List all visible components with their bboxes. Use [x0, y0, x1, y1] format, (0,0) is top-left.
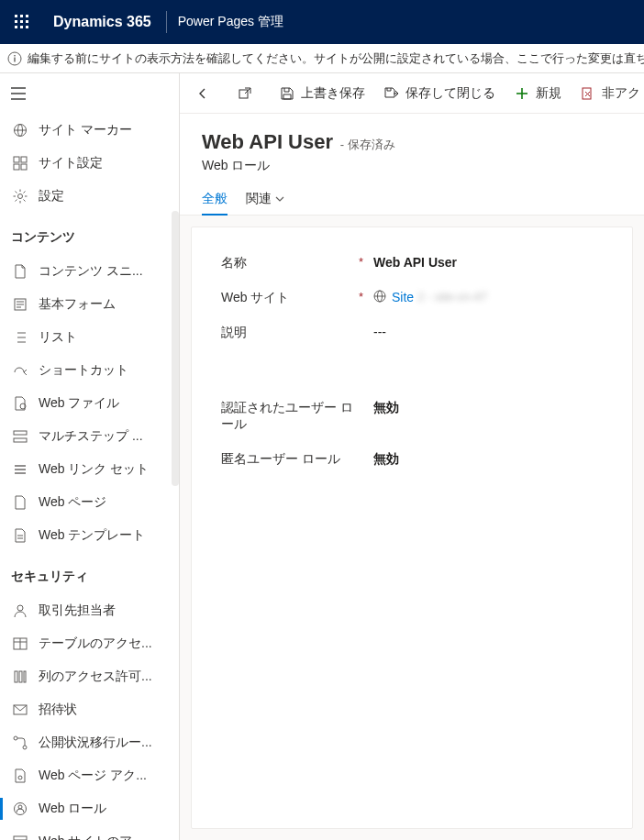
field-website-value[interactable]: Site: [392, 290, 414, 304]
sidebar-item[interactable]: 基本フォーム: [0, 288, 179, 321]
record-entity-name: Web ロール: [202, 158, 622, 174]
deactivate-button[interactable]: 非アク: [571, 73, 644, 114]
save-close-button[interactable]: 保存して閉じる: [374, 73, 505, 114]
form-body: 名称 * Web API User Web サイト * Site 2 - sit…: [191, 227, 633, 829]
sidebar-item[interactable]: Web ページ アク...: [0, 759, 179, 792]
table-icon: [11, 636, 29, 651]
sidebar-item[interactable]: サイト マーカー: [0, 114, 179, 147]
form-icon: [11, 297, 29, 312]
sidebar-item[interactable]: 招待状: [0, 693, 179, 726]
app-launcher-button[interactable]: [0, 0, 44, 44]
sidebar-item[interactable]: 公開状況移行ルー...: [0, 726, 179, 759]
sidebar-item[interactable]: Web ロール: [0, 792, 179, 825]
field-anon-user-role-label: 匿名ユーザー ロール: [221, 451, 359, 468]
tab-related-label: 関連: [246, 191, 272, 207]
save-button[interactable]: 上書き保存: [270, 73, 374, 114]
sidebar-item[interactable]: ショートカット: [0, 354, 179, 387]
template-icon: [11, 528, 29, 543]
tab-general-label: 全般: [202, 191, 228, 207]
global-header: Dynamics 365 Power Pages 管理: [0, 0, 644, 44]
tab-general[interactable]: 全般: [202, 182, 228, 215]
site-access-icon: [11, 834, 29, 840]
sidebar-item-label: 公開状況移行ルー...: [39, 735, 168, 751]
field-description-value: ---: [373, 325, 386, 339]
record-save-status: - 保存済み: [340, 138, 395, 151]
plus-icon: [514, 87, 530, 100]
sidebar-item-label: マルチステップ ...: [39, 428, 168, 445]
sidebar-item[interactable]: コンテンツ スニ...: [0, 255, 179, 288]
command-bar: 上書き保存 保存して閉じる 新規 非アク: [180, 73, 644, 114]
field-anon-user-role-value: 無効: [373, 451, 399, 468]
svg-point-57: [14, 736, 17, 740]
shortcut-icon: [11, 363, 29, 378]
sidebar-item-label: テーブルのアクセ...: [39, 636, 168, 652]
record-title: Web API User: [202, 130, 333, 153]
field-description[interactable]: 説明 ---: [199, 315, 625, 350]
sidebar-item-label: ショートカット: [39, 362, 168, 379]
svg-rect-21: [21, 164, 27, 170]
svg-point-49: [17, 605, 23, 611]
field-auth-user-role-label: 認証されたユーザー ロール: [221, 400, 359, 433]
svg-rect-2: [26, 15, 28, 17]
notification-text: 編集する前にサイトの表示方法を確認してください。サイトが公開に設定されている場合…: [28, 50, 644, 67]
svg-rect-65: [239, 90, 248, 98]
deactivate-icon: [580, 87, 596, 100]
field-auth-user-role[interactable]: 認証されたユーザー ロール 無効: [199, 391, 625, 442]
svg-rect-0: [15, 15, 17, 17]
sidebar-item[interactable]: 設定: [0, 180, 179, 213]
gear-icon: [11, 189, 29, 204]
tab-related[interactable]: 関連: [246, 182, 284, 215]
svg-rect-6: [15, 26, 17, 28]
svg-rect-42: [14, 431, 27, 435]
sidebar-item[interactable]: マルチステップ ...: [0, 420, 179, 453]
sidebar-item[interactable]: Web ファイル: [0, 387, 179, 420]
sidebar-item[interactable]: Web ページ: [0, 486, 179, 519]
sidebar-toggle-button[interactable]: [11, 87, 26, 100]
lines-icon: [11, 462, 29, 477]
svg-line-30: [16, 200, 17, 202]
page-access-icon: [11, 768, 29, 783]
sidebar-scrollbar[interactable]: [172, 211, 179, 486]
page-icon: [11, 495, 29, 510]
svg-rect-54: [19, 671, 22, 682]
field-anon-user-role[interactable]: 匿名ユーザー ロール 無効: [199, 442, 625, 477]
svg-rect-8: [26, 26, 28, 28]
form-tabs: 全般 関連: [180, 182, 644, 216]
field-auth-user-role-value: 無効: [373, 400, 399, 416]
svg-rect-18: [14, 157, 19, 162]
sidebar-item-label: 設定: [39, 188, 168, 204]
sidebar-item-label: 招待状: [39, 702, 168, 718]
open-new-window-button[interactable]: [228, 73, 262, 114]
app-area-name[interactable]: Power Pages 管理: [172, 14, 289, 30]
sidebar-item[interactable]: サイト設定: [0, 147, 179, 180]
sidebar-item[interactable]: 取引先担当者: [0, 594, 179, 627]
field-website[interactable]: Web サイト * Site 2 - site-cn-47: [199, 281, 625, 315]
sidebar-item-label: 列のアクセス許可...: [39, 669, 168, 685]
back-button[interactable]: [185, 73, 220, 114]
field-website-suffix: 2 - site-cn-47: [417, 290, 487, 304]
globe-icon: [11, 123, 29, 138]
sidebar-item[interactable]: テーブルのアクセ...: [0, 627, 179, 660]
save-close-icon: [383, 87, 400, 100]
sidebar-item-label: Web ロール: [39, 801, 168, 817]
sidebar-item-label: Web テンプレート: [39, 527, 168, 544]
field-name[interactable]: 名称 * Web API User: [199, 246, 625, 281]
sidebar-item[interactable]: 列のアクセス許可...: [0, 660, 179, 693]
brand-name[interactable]: Dynamics 365: [44, 14, 161, 30]
sidebar-item[interactable]: Web テンプレート: [0, 519, 179, 552]
popout-icon: [237, 87, 253, 100]
sidebar-item-label: 基本フォーム: [39, 296, 168, 313]
svg-rect-3: [15, 20, 17, 23]
back-icon: [194, 87, 211, 100]
sidebar-item-label: Web サイトのア...: [39, 834, 168, 840]
svg-rect-55: [24, 671, 26, 682]
person-icon: [11, 603, 29, 618]
new-label: 新規: [536, 85, 561, 102]
svg-point-59: [18, 776, 22, 779]
sidebar-item[interactable]: リスト: [0, 321, 179, 354]
new-button[interactable]: 新規: [505, 73, 571, 114]
sidebar-item[interactable]: Web リンク セット: [0, 453, 179, 486]
svg-line-28: [24, 200, 26, 202]
sidebar-item[interactable]: Web サイトのア...: [0, 825, 179, 840]
role-icon: [11, 801, 29, 816]
